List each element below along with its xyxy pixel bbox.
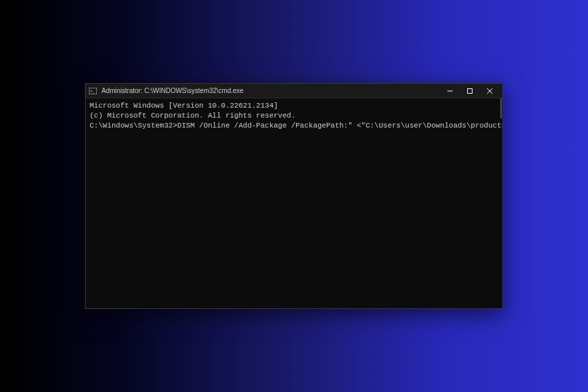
svg-rect-3: [468, 88, 473, 93]
command-prompt-window: >_ Administrator: C:\WINDOWS\system32\cm…: [85, 83, 503, 309]
terminal-output-line: Microsoft Windows [Version 10.0.22621.21…: [90, 101, 498, 111]
minimize-button[interactable]: [440, 84, 460, 98]
cmd-icon: >_: [88, 86, 98, 96]
window-title: Administrator: C:\WINDOWS\system32\cmd.e…: [102, 87, 244, 94]
terminal-prompt-line: C:\Windows\System32>DISM /Online /Add-Pa…: [90, 121, 498, 131]
terminal-output-line: (c) Microsoft Corporation. All rights re…: [90, 111, 498, 121]
command-text: DISM /Online /Add-Package /PackagePath:"…: [177, 122, 502, 130]
title-bar[interactable]: >_ Administrator: C:\WINDOWS\system32\cm…: [86, 84, 502, 98]
scrollbar-thumb[interactable]: [500, 98, 502, 118]
terminal-body[interactable]: Microsoft Windows [Version 10.0.22621.21…: [86, 98, 502, 308]
maximize-button[interactable]: [460, 84, 480, 98]
prompt-text: C:\Windows\System32>: [90, 122, 177, 130]
svg-text:>_: >_: [90, 88, 95, 94]
window-controls: [440, 84, 500, 98]
scrollbar[interactable]: [495, 98, 502, 308]
close-button[interactable]: [480, 84, 500, 98]
